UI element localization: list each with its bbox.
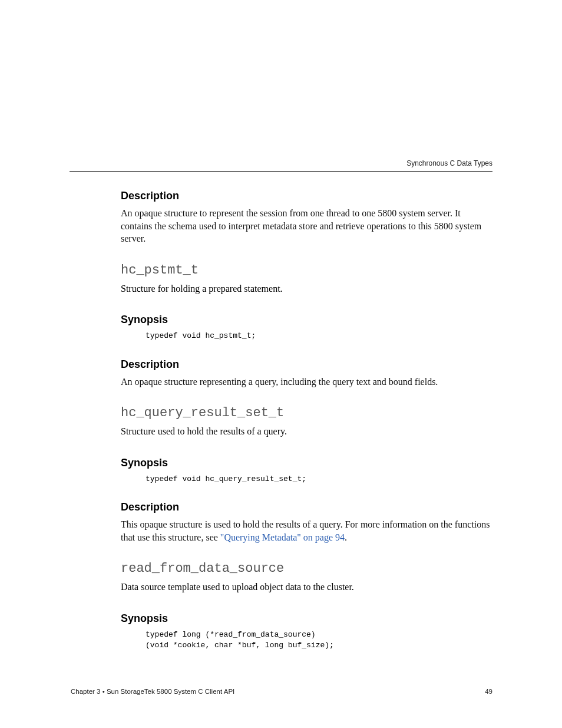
synopsis-code: typedef void hc_query_result_set_t; [146,474,494,485]
header-rule [70,171,492,172]
type-intro: Structure used to hold the results of a … [121,425,494,438]
synopsis-heading: Synopsis [121,612,494,625]
page-body: Description An opaque structure to repre… [0,0,562,697]
description-body: An opaque structure to represent the ses… [121,207,494,245]
type-intro: Data source template used to upload obje… [121,581,494,594]
synopsis-heading: Synopsis [121,457,494,469]
synopsis-code: typedef void hc_pstmt_t; [146,331,494,341]
type-heading-hc-query-result-set-t: hc_query_result_set_t [121,406,494,420]
type-heading-read-from-data-source: read_from_data_source [121,561,494,576]
description-heading: Description [121,358,494,371]
page-footer: Chapter 3 • Sun StorageTek 5800 System C… [71,688,492,695]
description-body: This opaque structure is used to hold th… [121,518,494,543]
description-body: An opaque structure representing a query… [121,375,494,388]
type-intro: Structure for holding a prepared stateme… [121,282,494,295]
description-suffix: . [345,532,347,542]
synopsis-heading: Synopsis [121,314,494,326]
footer-page-number: 49 [485,688,492,695]
description-heading: Description [121,501,494,513]
description-heading: Description [121,190,494,202]
type-heading-hc-pstmt-t: hc_pstmt_t [121,263,494,278]
footer-chapter: Chapter 3 • Sun StorageTek 5800 System C… [71,688,234,695]
cross-reference-link[interactable]: "Querying Metadata" on page 94 [220,532,345,542]
running-header: Synchronous C Data Types [406,159,492,167]
synopsis-code: typedef long (*read_from_data_source) (v… [146,630,494,651]
content-column: Description An opaque structure to repre… [121,190,494,651]
